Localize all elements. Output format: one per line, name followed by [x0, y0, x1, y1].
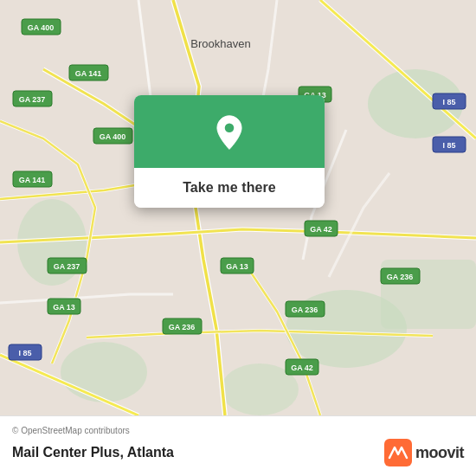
svg-text:GA 42: GA 42 [310, 225, 332, 234]
svg-text:Brookhaven: Brookhaven [190, 37, 250, 50]
svg-text:GA 141: GA 141 [19, 176, 46, 184]
svg-text:GA 400: GA 400 [100, 132, 126, 141]
map-svg: GA 400 GA 237 GA 141 GA 141 GA 400 I 85 … [0, 0, 476, 415]
svg-text:I 85: I 85 [442, 98, 455, 106]
svg-text:I 85: I 85 [18, 349, 31, 357]
svg-text:GA 13: GA 13 [226, 262, 248, 271]
bottom-row: Mail Center Plus, Atlanta moovit [12, 439, 464, 466]
moovit-text: moovit [415, 444, 464, 462]
bottom-bar: © OpenStreetMap contributors Mail Center… [0, 415, 476, 476]
svg-text:GA 42: GA 42 [291, 363, 313, 372]
svg-text:GA 236: GA 236 [387, 273, 414, 281]
svg-text:GA 236: GA 236 [292, 306, 318, 314]
svg-point-46 [225, 124, 235, 133]
map-container: GA 400 GA 237 GA 141 GA 141 GA 400 I 85 … [0, 0, 476, 415]
moovit-icon [384, 439, 412, 466]
svg-text:I 85: I 85 [442, 141, 455, 150]
popup-header [134, 95, 325, 168]
moovit-logo: moovit [384, 439, 464, 466]
place-name: Mail Center Plus, Atlanta [12, 445, 174, 460]
svg-text:GA 237: GA 237 [19, 95, 46, 104]
location-pin-icon [210, 114, 248, 152]
svg-text:GA 400: GA 400 [28, 23, 55, 32]
popup-card: Take me there [134, 95, 325, 208]
take-me-there-button[interactable]: Take me there [134, 168, 325, 208]
svg-text:GA 141: GA 141 [75, 69, 102, 78]
map-attribution: © OpenStreetMap contributors [12, 426, 464, 435]
svg-text:GA 237: GA 237 [54, 262, 80, 271]
svg-text:GA 13: GA 13 [53, 303, 75, 312]
svg-text:GA 236: GA 236 [169, 323, 196, 331]
svg-point-4 [61, 342, 147, 402]
